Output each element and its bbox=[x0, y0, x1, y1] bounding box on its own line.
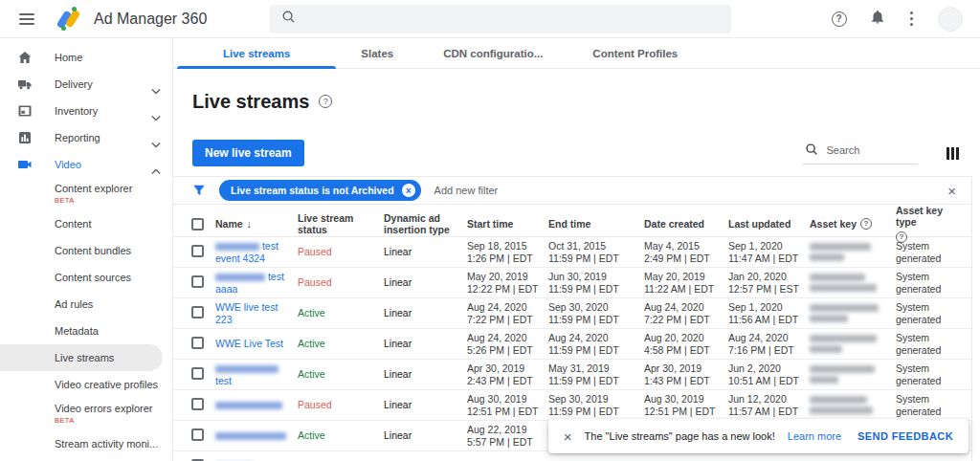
col-header-end-time[interactable]: End time bbox=[548, 218, 644, 230]
col-header-name[interactable]: Name↓ bbox=[215, 218, 298, 230]
sidebar-item-reporting[interactable]: Reporting bbox=[0, 124, 172, 151]
sidebar-item-metadata[interactable]: Metadata bbox=[0, 318, 172, 344]
table-row[interactable]: test aaaa Paused Linear May 20, 201912:2… bbox=[173, 268, 971, 298]
col-header-live-stream-status[interactable]: Live stream status bbox=[298, 212, 384, 235]
sidebar-item-video[interactable]: Video bbox=[0, 151, 172, 178]
sidebar-item-label: Metadata bbox=[55, 325, 99, 337]
toolbar: New live stream Search bbox=[192, 140, 961, 166]
table-row[interactable]: WWE live test 223 Active Linear Aug 24, … bbox=[173, 298, 971, 329]
sidebar-item-home[interactable]: Home bbox=[0, 44, 172, 71]
start-time: Apr 30, 20192:43 PM | EDT bbox=[467, 362, 548, 387]
end-time: Aug 24, 202011:59 PM | EDT bbox=[548, 332, 644, 357]
tab-live-streams[interactable]: Live streams bbox=[177, 38, 336, 68]
sidebar-item-label: Reporting bbox=[55, 132, 100, 143]
redacted-text bbox=[215, 402, 282, 409]
global-search-input[interactable] bbox=[270, 5, 731, 33]
row-checkbox[interactable] bbox=[191, 306, 204, 318]
avatar[interactable] bbox=[938, 7, 963, 32]
stream-name-link[interactable]: test bbox=[215, 362, 288, 387]
beta-badge: BETA bbox=[55, 415, 153, 427]
col-header-dynamic-ad-insertion-type[interactable]: Dynamic ad insertion type bbox=[384, 212, 467, 235]
stream-name-link[interactable] bbox=[215, 429, 288, 442]
sidebar-item-ad-rules[interactable]: Ad rules bbox=[0, 291, 172, 318]
start-time: Sep 18, 20151:26 PM | EDT bbox=[467, 240, 548, 265]
table-row[interactable]: test Active Linear Apr 30, 20192:43 PM |… bbox=[173, 360, 971, 390]
col-header-date-created[interactable]: Date created bbox=[644, 218, 728, 230]
asset-key-type: System generated bbox=[896, 271, 971, 296]
chevron-up-icon bbox=[151, 162, 161, 168]
hamburger-icon bbox=[19, 13, 34, 25]
row-checkbox[interactable] bbox=[191, 245, 204, 257]
row-checkbox[interactable] bbox=[191, 337, 204, 349]
sidebar-item-label: Video bbox=[55, 159, 81, 170]
asset-key bbox=[810, 362, 896, 386]
insertion-type: Linear bbox=[384, 399, 467, 411]
learn-more-link[interactable]: Learn more bbox=[788, 430, 841, 442]
row-checkbox[interactable] bbox=[191, 275, 204, 288]
stream-name-link[interactable]: test aaaa bbox=[215, 271, 288, 296]
new-live-stream-button[interactable]: New live stream bbox=[192, 140, 304, 166]
home-icon bbox=[17, 50, 33, 65]
table-row[interactable]: test event 4324 Paused Linear Sep 18, 20… bbox=[173, 237, 971, 268]
sidebar-item-inventory[interactable]: Inventory bbox=[0, 98, 172, 124]
stream-name-link[interactable]: test event 4324 bbox=[215, 240, 288, 265]
redacted-text bbox=[810, 253, 844, 261]
asset-key-type: System generated bbox=[896, 393, 971, 418]
filter-bar: Live stream status is not Archived × Add… bbox=[173, 176, 971, 205]
sidebar-item-content-explorer[interactable]: Content explorer BETA bbox=[0, 178, 172, 210]
tab-cdn-configuratio[interactable]: CDN configuratio... bbox=[418, 38, 568, 68]
table-row[interactable]: Paused Linear Aug 30, 201912:51 PM | EDT… bbox=[173, 390, 971, 421]
snackbar: × The "Live streams" page has a new look… bbox=[548, 419, 969, 453]
sidebar-item-video-errors-explorer[interactable]: Video errors explorer BETA bbox=[0, 398, 172, 430]
row-checkbox[interactable] bbox=[191, 367, 204, 380]
stream-name-link[interactable]: WWE live test 223 bbox=[215, 301, 288, 326]
sidebar-item-live-streams[interactable]: Live streams bbox=[0, 344, 163, 371]
filter-chip[interactable]: Live stream status is not Archived × bbox=[219, 180, 421, 201]
snackbar-close-icon[interactable]: × bbox=[564, 429, 572, 444]
sidebar-item-admin[interactable]: Admin bbox=[0, 457, 172, 461]
stream-name-link[interactable]: WWE Live Test bbox=[215, 338, 288, 350]
last-updated: Jan 20, 202012:57 PM | EST bbox=[728, 271, 810, 296]
send-feedback-button[interactable]: SEND FEEDBACK bbox=[858, 430, 953, 442]
sidebar-item-label: Video errors explorer bbox=[55, 403, 153, 414]
redacted-text bbox=[215, 274, 265, 281]
redacted-text bbox=[810, 345, 842, 353]
table-row[interactable]: WWE Live Test Active Linear Aug 24, 2020… bbox=[173, 329, 971, 360]
tab-content-profiles[interactable]: Content Profiles bbox=[568, 38, 702, 68]
row-checkbox[interactable] bbox=[191, 398, 204, 410]
sidebar-item-content-sources[interactable]: Content sources bbox=[0, 264, 172, 291]
help-icon[interactable]: ? bbox=[832, 11, 847, 27]
stream-status: Paused bbox=[298, 276, 384, 289]
sidebar-item-video-creative-profiles[interactable]: Video creative profiles bbox=[0, 371, 172, 398]
table-search-input[interactable]: Search bbox=[803, 143, 918, 165]
sidebar-item-delivery[interactable]: Delivery bbox=[0, 71, 172, 98]
menu-button[interactable] bbox=[13, 5, 40, 33]
sidebar-item-content[interactable]: Content bbox=[0, 210, 172, 237]
col-header-last-updated[interactable]: Last updated bbox=[728, 218, 810, 230]
help-icon[interactable]: ? bbox=[860, 218, 872, 230]
notifications-bell-icon[interactable] bbox=[870, 10, 885, 29]
page-help-icon[interactable]: ? bbox=[319, 95, 332, 108]
asset-key bbox=[810, 301, 896, 325]
col-header-start-time[interactable]: Start time bbox=[467, 218, 548, 230]
sidebar-item-stream-activity-moni[interactable]: Stream activity moni... bbox=[0, 430, 172, 457]
asset-key-type: System generated bbox=[896, 240, 971, 265]
asset-key bbox=[810, 393, 896, 417]
select-all-checkbox[interactable] bbox=[191, 218, 204, 230]
sidebar-item-label: Ad rules bbox=[55, 298, 93, 310]
start-time: Aug 22, 20195:57 PM | EDT bbox=[467, 424, 548, 449]
tab-slates[interactable]: Slates bbox=[336, 38, 418, 68]
asset-key bbox=[810, 271, 896, 295]
add-new-filter-button[interactable]: Add new filter bbox=[434, 185, 499, 196]
col-header-asset-key-type[interactable]: Asset key type? bbox=[896, 205, 971, 243]
more-options-icon[interactable] bbox=[908, 10, 916, 29]
insertion-type: Linear bbox=[384, 429, 467, 442]
sidebar-item-content-bundles[interactable]: Content bundles bbox=[0, 237, 172, 264]
col-header-asset-key[interactable]: Asset key? bbox=[810, 218, 896, 230]
remove-filter-icon[interactable]: × bbox=[402, 184, 415, 197]
stream-name-link[interactable] bbox=[215, 399, 288, 411]
filter-close-icon[interactable]: × bbox=[947, 184, 956, 198]
row-checkbox[interactable] bbox=[191, 428, 204, 441]
column-settings-icon[interactable] bbox=[945, 145, 962, 162]
redacted-text bbox=[810, 396, 867, 404]
